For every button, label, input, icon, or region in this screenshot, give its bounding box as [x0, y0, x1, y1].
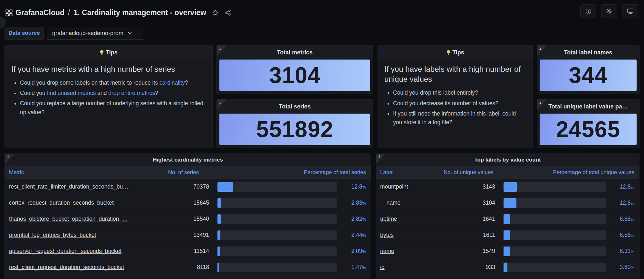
- tip-item: Could you replace a large number of unde…: [20, 99, 206, 116]
- pct-unit: %: [362, 233, 366, 238]
- pct-number: 2.09: [351, 248, 362, 254]
- table-row: rest_client_rate_limiter_duration_second…: [5, 179, 371, 195]
- panel-info-corner[interactable]: i: [376, 154, 386, 164]
- chevron-down-icon: [128, 32, 132, 34]
- series-count: 13491: [193, 232, 209, 238]
- label-link[interactable]: uptime: [380, 216, 397, 222]
- panel-info-corner[interactable]: i: [537, 45, 547, 56]
- info-corner-glyph: i: [7, 154, 9, 159]
- table-header-row: Label No. of unique values Percentage of…: [376, 166, 639, 179]
- panel-title[interactable]: Total metrics: [217, 45, 373, 60]
- metric-link[interactable]: rest_client_rate_limiter_duration_second…: [9, 183, 129, 190]
- panel-title[interactable]: Top labels by value count: [376, 154, 639, 166]
- tips-heading: If you have metrics with a high number o…: [11, 64, 206, 74]
- stat-value: 3104: [269, 62, 321, 88]
- pct-number: 12.8: [351, 183, 362, 190]
- panel-title[interactable]: Highest cardinality metrics: [5, 154, 371, 166]
- dashboard-settings-button[interactable]: [601, 4, 617, 18]
- breadcrumb: GrafanaCloud / 1. Cardinality management…: [15, 7, 231, 18]
- tips-content: If you have metrics with a high number o…: [5, 60, 212, 117]
- info-corner-glyph: i: [219, 100, 221, 105]
- pct-number: 2.82: [351, 216, 362, 222]
- table-row: rest_client_request_duration_seconds_buc…: [5, 259, 371, 275]
- table-row: promtail_log_entries_bytes_bucket 13491 …: [5, 227, 371, 243]
- bar-gauge-track: [217, 230, 337, 240]
- dashboard-info-button[interactable]: [580, 4, 596, 18]
- panel-info-corner[interactable]: i: [217, 99, 227, 110]
- label-link[interactable]: bytes: [380, 232, 394, 238]
- bar-gauge-track: [217, 263, 337, 272]
- tip-item: Could you decrease its number of values?: [393, 99, 526, 108]
- bar-gauge-fill: [217, 246, 220, 256]
- metric-link[interactable]: cortex_request_duration_seconds_bucket: [9, 200, 114, 206]
- panel-title[interactable]: Tips: [5, 45, 212, 60]
- panel-title[interactable]: Tips: [378, 45, 533, 60]
- column-header-series[interactable]: No. of series: [153, 166, 214, 179]
- metric-link[interactable]: rest_client_request_duration_seconds_buc…: [9, 264, 124, 271]
- pct-number: 6.31: [620, 248, 630, 254]
- breadcrumb-app[interactable]: GrafanaCloud: [15, 8, 64, 17]
- tips-heading: If you have labels with a high number of…: [384, 64, 526, 84]
- percentage-value: 3.80%: [606, 264, 639, 271]
- percentage-value: 2.09%: [337, 248, 371, 255]
- pct-number: 12.8: [620, 183, 630, 190]
- info-corner-glyph: i: [539, 46, 542, 51]
- panel-tips-labels: Tips If you have labels with a high numb…: [378, 45, 533, 148]
- bar-gauge-fill: [504, 214, 510, 224]
- panel-info-corner[interactable]: i: [217, 45, 227, 56]
- label-link[interactable]: mountpoint: [380, 183, 408, 190]
- table-row: apiserver_request_duration_seconds_bucke…: [5, 243, 371, 259]
- panel-title[interactable]: Total unique label value pa…: [537, 99, 639, 114]
- metric-link[interactable]: apiserver_request_duration_seconds_bucke…: [9, 248, 121, 255]
- bar-gauge-fill: [217, 214, 221, 224]
- metric-link[interactable]: thanos_objstore_bucket_operation_duratio…: [9, 216, 128, 222]
- panel-total-metrics: i Total metrics 3104: [216, 45, 373, 94]
- drop-entire-metrics-link[interactable]: drop entire metrics: [108, 90, 155, 96]
- find-unused-metrics-link[interactable]: find unused metrics: [47, 90, 96, 96]
- panel-info-corner[interactable]: i: [537, 99, 547, 110]
- dashboards-grid-icon[interactable]: [5, 9, 13, 16]
- label-link[interactable]: id: [380, 264, 385, 271]
- column-header-unique-values[interactable]: No. of unique values: [437, 166, 500, 179]
- column-header-metric[interactable]: Metric: [5, 166, 153, 179]
- percentage-value: 2.82%: [337, 216, 371, 222]
- panel-top-labels-by-value-count: i Top labels by value count Label No. of…: [376, 153, 639, 279]
- bar-gauge-fill: [217, 230, 220, 240]
- series-count: 15645: [193, 200, 209, 206]
- kiosk-mode-button[interactable]: [622, 4, 638, 18]
- star-icon[interactable]: [212, 9, 219, 16]
- panel-tips-metrics: Tips If you have metrics with a high num…: [5, 45, 213, 148]
- panel-title[interactable]: Total label names: [537, 45, 639, 60]
- table-row: bytes 1611 6.56%: [376, 227, 639, 243]
- panel-info-corner[interactable]: i: [5, 154, 15, 164]
- bar-gauge-track: [504, 263, 606, 272]
- metric-link[interactable]: promtail_log_entries_bytes_bucket: [9, 232, 96, 238]
- column-header-percentage[interactable]: Percentage of total unique values: [500, 166, 639, 179]
- bar-gauge-track: [504, 230, 606, 240]
- bar-gauge-fill: [504, 198, 516, 208]
- pct-unit: %: [630, 265, 634, 270]
- percentage-value: 6.68%: [606, 216, 639, 222]
- pct-number: 6.68: [620, 216, 630, 222]
- pct-number: 1.47: [351, 264, 362, 270]
- panel-title[interactable]: Total series: [217, 99, 373, 114]
- column-header-label[interactable]: Label: [376, 166, 437, 179]
- percentage-value: 1.47%: [337, 264, 371, 271]
- pct-number: 6.56: [620, 232, 630, 238]
- label-link[interactable]: name: [380, 248, 394, 255]
- unique-values-count: 3104: [483, 200, 495, 206]
- panel-total-unique-label-values: i Total unique label value pa… 24565: [537, 99, 639, 148]
- share-icon[interactable]: [225, 9, 231, 16]
- bar-gauge-fill: [217, 263, 219, 272]
- cardinality-link[interactable]: cardinality: [159, 79, 185, 86]
- pct-unit: %: [362, 201, 366, 206]
- column-header-percentage[interactable]: Percentage of total series: [214, 166, 371, 179]
- label-link[interactable]: __name__: [380, 200, 407, 206]
- table-row: uptime 1641 6.68%: [376, 211, 639, 227]
- datasource-label: Data source: [5, 27, 44, 40]
- unique-values-count: 1611: [483, 232, 495, 238]
- pct-unit: %: [362, 249, 366, 254]
- bar-gauge-track: [504, 198, 606, 208]
- breadcrumb-separator: /: [68, 8, 70, 17]
- datasource-picker[interactable]: grafanacloud-sedemo-prom: [47, 27, 143, 40]
